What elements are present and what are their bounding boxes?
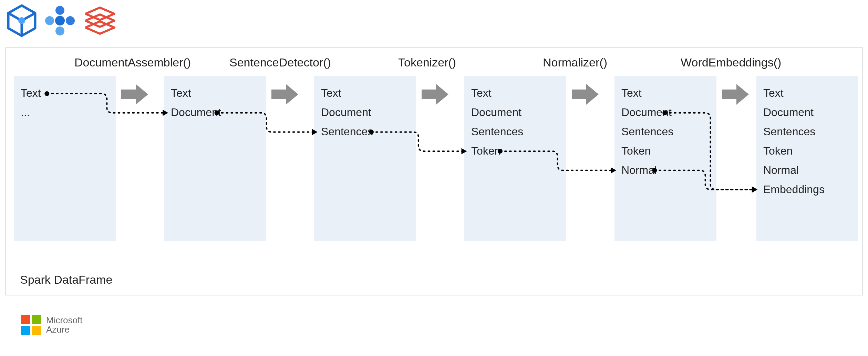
microsoft-icon <box>21 315 41 335</box>
stage-box-3: Text Document Sentences Token <box>464 76 566 241</box>
col-item: Sentences <box>471 122 559 141</box>
stage-box-5: Text Document Sentences Token Normal Emb… <box>756 76 858 241</box>
svg-marker-14 <box>722 84 749 105</box>
frame-caption: Spark DataFrame <box>20 273 112 286</box>
stage-label-5: WordEmbeddings() <box>681 56 781 69</box>
col-item: Text <box>471 83 559 103</box>
col-item: Token <box>763 141 851 160</box>
ml-icon <box>43 4 76 39</box>
col-item: Document <box>471 103 559 122</box>
col-item: Document <box>171 103 259 122</box>
col-item: Sentences <box>621 122 710 141</box>
stage-label-3: Tokenizer() <box>398 56 456 69</box>
svg-marker-11 <box>271 84 298 105</box>
stage-box-0: Text ... <box>14 76 116 241</box>
arrow-icon <box>422 84 448 106</box>
arrow-icon <box>722 84 749 106</box>
databricks-icon <box>83 4 117 39</box>
arrow-icon <box>121 84 148 106</box>
stage-box-2: Text Document Sentences <box>314 76 416 241</box>
col-item: Text <box>763 83 851 103</box>
microsoft-azure-logo: Microsoft Azure <box>21 315 82 335</box>
svg-point-4 <box>18 17 25 24</box>
col-item: ... <box>21 103 109 122</box>
col-item: Normal <box>763 160 851 180</box>
brand-line: Microsoft <box>46 316 82 325</box>
svg-point-5 <box>55 6 64 15</box>
col-item: Text <box>321 83 409 103</box>
svg-marker-13 <box>572 84 599 105</box>
col-item: Document <box>321 103 409 122</box>
stage-box-1: Text Document <box>164 76 266 241</box>
col-item: Text <box>21 83 109 103</box>
svg-point-9 <box>55 16 65 25</box>
col-item: Token <box>621 141 710 160</box>
svg-point-7 <box>66 16 75 25</box>
col-item: Text <box>171 83 259 103</box>
svg-point-6 <box>45 16 54 25</box>
synapse-icon <box>6 3 37 39</box>
stage-label-4: Normalizer() <box>543 56 607 69</box>
svg-marker-10 <box>121 84 148 105</box>
col-item: Sentences <box>763 122 851 141</box>
col-item: Normal <box>621 160 710 180</box>
pipeline-frame: Spark DataFrame DocumentAssembler() Sent… <box>5 48 863 295</box>
col-item: Token <box>471 141 559 160</box>
arrow-icon <box>271 84 298 106</box>
col-item: Embeddings <box>763 180 851 199</box>
brand-line: Azure <box>46 325 82 334</box>
col-item: Document <box>621 103 710 122</box>
stage-label-2: SentenceDetector() <box>229 56 331 69</box>
svg-marker-12 <box>422 84 448 105</box>
col-item: Document <box>763 103 851 122</box>
col-item: Sentences <box>321 122 409 141</box>
product-logos <box>6 3 117 39</box>
col-item: Text <box>621 83 710 103</box>
stage-box-4: Text Document Sentences Token Normal <box>614 76 716 241</box>
stage-label-1: DocumentAssembler() <box>74 56 191 69</box>
svg-point-8 <box>55 27 64 35</box>
arrow-icon <box>572 84 599 106</box>
